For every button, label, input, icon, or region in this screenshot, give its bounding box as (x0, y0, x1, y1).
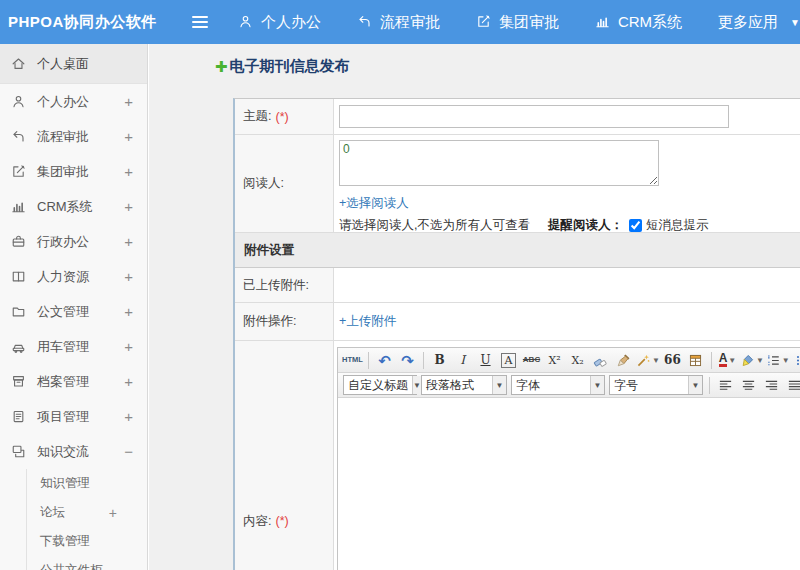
sidebar-item-archive-management[interactable]: 档案管理+ (0, 364, 147, 399)
nav-group-approval[interactable]: 集团审批 (476, 13, 559, 32)
toolbar-separator (368, 352, 369, 369)
chart-icon (11, 199, 27, 215)
app-brand: PHPOA协同办公软件 (0, 13, 176, 32)
expand-icon[interactable]: + (124, 304, 133, 319)
redo-button[interactable]: ↷ (397, 350, 418, 371)
attachment-action-row: 附件操作: +上传附件 (235, 303, 800, 341)
subject-input[interactable] (339, 105, 729, 128)
expand-icon[interactable]: + (124, 339, 133, 354)
chevron-down-icon[interactable]: ▼ (492, 376, 506, 394)
bold-button[interactable]: B (429, 350, 450, 371)
doc-icon (11, 304, 27, 320)
readers-textarea[interactable]: 0 (339, 140, 659, 186)
html-source-button[interactable]: HTML (342, 350, 363, 371)
sidebar-item-knowledge-management[interactable]: 知识管理 (27, 469, 147, 498)
sidebar-item-crm-system[interactable]: CRM系统+ (0, 189, 147, 224)
italic-button[interactable]: I (452, 350, 473, 371)
project-icon (11, 409, 27, 425)
align-left-icon[interactable] (715, 375, 736, 396)
expand-icon[interactable]: + (109, 506, 117, 520)
chevron-down-icon[interactable]: ▼ (412, 376, 421, 394)
sidebar-item-vehicle-management[interactable]: 用车管理+ (0, 329, 147, 364)
underline-button[interactable]: U (475, 350, 496, 371)
expand-icon[interactable]: + (124, 164, 133, 179)
collapse-icon[interactable]: − (124, 444, 133, 459)
undo-button[interactable]: ↶ (374, 350, 395, 371)
subject-label: 主题:(*) (235, 99, 334, 134)
toolbar-separator (709, 377, 710, 394)
superscript-button[interactable]: X² (544, 350, 565, 371)
expand-icon[interactable]: + (124, 129, 133, 144)
main-content: ✚ 电子期刊信息发布 主题:(*) 阅读人: 0 +选择阅读人 请选择阅读人,不… (149, 44, 800, 570)
expand-icon[interactable]: + (124, 374, 133, 389)
chevron-down-icon: ▼ (782, 356, 790, 365)
person-icon (11, 94, 27, 110)
menu-toggle-icon[interactable] (192, 13, 208, 31)
sidebar-item-human-resources[interactable]: 人力资源+ (0, 259, 147, 294)
sidebar-item-public-file-cabinet[interactable]: 公共文件柜 (27, 556, 147, 570)
font-color-button[interactable]: A▼ (717, 350, 738, 371)
autotypeset-icon[interactable]: ▼ (636, 350, 660, 371)
nav-more-apps[interactable]: 更多应用 (718, 13, 778, 32)
publish-form: 主题:(*) 阅读人: 0 +选择阅读人 请选择阅读人,不选为所有人可查看 提醒… (233, 98, 800, 570)
upload-attachment-link[interactable]: +上传附件 (339, 313, 396, 330)
top-bar: PHPOA协同办公软件 个人办公流程审批集团审批CRM系统更多应用▼ (0, 0, 800, 44)
briefcase-icon (11, 234, 27, 250)
strikethrough-button[interactable]: ABC (521, 350, 542, 371)
subject-row: 主题:(*) (235, 99, 800, 135)
remind-readers-label: 提醒阅读人： (548, 217, 623, 234)
align-center-icon[interactable] (738, 375, 759, 396)
sidebar-item-workflow-approval[interactable]: 流程审批+ (0, 119, 147, 154)
editor-content[interactable] (338, 398, 800, 570)
nav-workflow-approval[interactable]: 流程审批 (357, 13, 440, 32)
content-label: 内容:(*) (235, 341, 334, 570)
font-family-select[interactable]: 字体▼ (511, 375, 605, 395)
flow-icon (11, 129, 27, 145)
uploaded-attachments-label: 已上传附件: (235, 268, 334, 302)
char-border-button[interactable]: A (498, 350, 519, 371)
hr-icon (11, 269, 27, 285)
expand-icon[interactable]: + (124, 409, 133, 424)
paragraph-format-select[interactable]: 段落格式▼ (421, 375, 507, 395)
sidebar-item-knowledge-exchange[interactable]: 知识交流− (0, 434, 147, 469)
format-brush-icon[interactable] (613, 350, 634, 371)
page-title: ✚ 电子期刊信息发布 (215, 57, 350, 76)
font-size-select[interactable]: 字号▼ (609, 375, 703, 395)
blockquote-button[interactable]: 66 (662, 350, 683, 371)
sidebar-item-project-management[interactable]: 项目管理+ (0, 399, 147, 434)
expand-icon[interactable]: + (124, 94, 133, 109)
expand-icon[interactable]: + (124, 234, 133, 249)
chevron-down-icon[interactable]: ▼ (590, 376, 604, 394)
nav-personal-office[interactable]: 个人办公 (238, 13, 321, 32)
sidebar-item-download-management[interactable]: 下载管理 (27, 527, 147, 556)
ordered-list-icon[interactable]: ▼ (766, 350, 790, 371)
sidebar-item-personal-office[interactable]: 个人办公+ (0, 84, 147, 119)
highlight-color-icon[interactable]: ▼ (740, 350, 764, 371)
unordered-list-icon[interactable] (792, 350, 800, 371)
expand-icon[interactable]: + (124, 269, 133, 284)
sidebar-item-document-management[interactable]: 公文管理+ (0, 294, 147, 329)
sms-remind-checkbox[interactable] (629, 219, 642, 232)
archive-icon (11, 374, 27, 390)
nav-crm-system[interactable]: CRM系统 (595, 13, 682, 32)
edit-icon (11, 164, 27, 180)
sidebar-item-administrative-office[interactable]: 行政办公+ (0, 224, 147, 259)
uploaded-attachments-row: 已上传附件: (235, 268, 800, 303)
sidebar-item-personal-desktop[interactable]: 个人桌面 (0, 44, 147, 84)
readers-label: 阅读人: (235, 135, 334, 232)
custom-heading-select[interactable]: 自定义标题▼ (343, 375, 417, 395)
expand-icon[interactable]: + (124, 199, 133, 214)
sms-remind-label: 短消息提示 (646, 217, 709, 234)
chevron-down-icon[interactable]: ▼ (688, 376, 702, 394)
align-justify-icon[interactable] (784, 375, 800, 396)
chevron-down-icon: ▼ (728, 356, 736, 365)
eraser-icon[interactable] (590, 350, 611, 371)
align-right-icon[interactable] (761, 375, 782, 396)
attachment-action-label: 附件操作: (235, 303, 334, 340)
sidebar-item-group-approval[interactable]: 集团审批+ (0, 154, 147, 189)
paste-table-icon[interactable] (685, 350, 706, 371)
choose-readers-link[interactable]: +选择阅读人 (339, 195, 800, 212)
more-apps-caret-icon[interactable]: ▼ (790, 17, 800, 28)
subscript-button[interactable]: X₂ (567, 350, 588, 371)
sidebar-item-forum[interactable]: 论坛+ (27, 498, 147, 527)
